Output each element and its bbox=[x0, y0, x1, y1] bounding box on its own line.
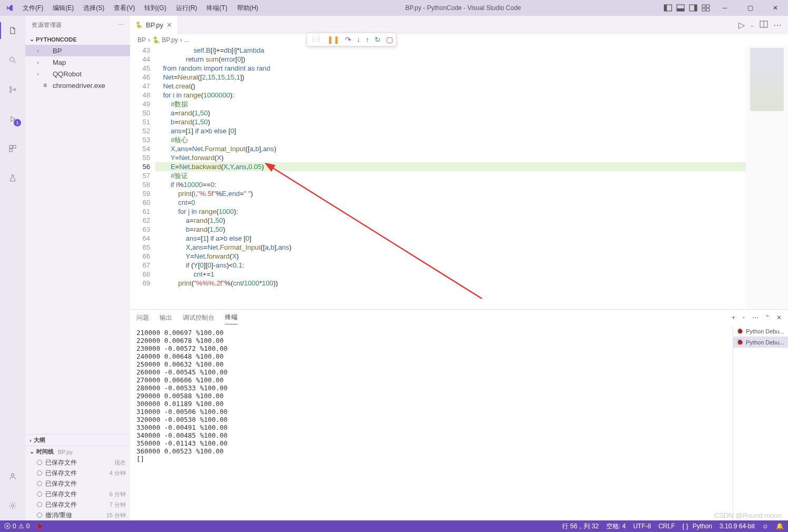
code-line[interactable]: #核心 bbox=[155, 135, 746, 144]
status-indent[interactable]: 空格: 4 bbox=[606, 522, 626, 531]
toggle-primary-sidebar-icon[interactable] bbox=[664, 4, 672, 12]
drag-handle-icon[interactable]: ⋮⋮ bbox=[310, 36, 322, 43]
code-line[interactable]: #验证 bbox=[155, 171, 746, 180]
run-icon[interactable]: ▷ bbox=[738, 20, 745, 30]
code-line[interactable]: Net.creat() bbox=[155, 82, 746, 91]
status-encoding[interactable]: UTF-8 bbox=[633, 522, 651, 531]
timeline-item[interactable]: 已保存文件现在 bbox=[25, 457, 130, 468]
maximize-panel-icon[interactable]: ⌃ bbox=[765, 314, 770, 321]
pause-icon[interactable]: ❚❚ bbox=[327, 35, 340, 44]
step-over-icon[interactable]: ↷ bbox=[345, 35, 351, 44]
toggle-panel-icon[interactable] bbox=[676, 4, 685, 12]
status-language[interactable]: { }Python bbox=[682, 522, 712, 531]
maximize-button[interactable]: ▢ bbox=[740, 1, 761, 15]
menu-item[interactable]: 查看(V) bbox=[110, 2, 139, 15]
timeline-item[interactable]: 已保存文件4 分钟 bbox=[25, 468, 130, 478]
settings-gear-icon[interactable] bbox=[0, 495, 25, 516]
breadcrumb-item[interactable]: ... bbox=[184, 36, 190, 44]
close-button[interactable]: ✕ bbox=[765, 1, 786, 15]
minimap[interactable] bbox=[746, 46, 788, 309]
restart-icon[interactable]: ↻ bbox=[375, 35, 381, 44]
status-eol[interactable]: CRLF bbox=[658, 522, 675, 531]
code-line[interactable]: X,ans=Net.Format_Input([a,b],ans) bbox=[155, 144, 746, 153]
code-line[interactable]: print(i,"%.5f"%E,end=" ") bbox=[155, 189, 746, 198]
status-python-version[interactable]: 3.10.9 64-bit bbox=[720, 522, 755, 531]
panel-tab[interactable]: 终端 bbox=[225, 311, 238, 324]
code-line[interactable]: Net=Neural([2,15,15,15,1]) bbox=[155, 73, 746, 82]
tab-bp-py[interactable]: 🐍 BP.py ✕ bbox=[130, 16, 178, 34]
code-line[interactable]: E=Net.backward(X,Y,ans,0.05) bbox=[155, 162, 746, 171]
outline-header[interactable]: › 大纲 bbox=[25, 435, 130, 446]
status-errors[interactable]: ⓧ0 ⚠0 bbox=[4, 522, 29, 531]
code-line[interactable]: ans=[1] if a>b else [0] bbox=[155, 234, 746, 243]
step-out-icon[interactable]: ↑ bbox=[366, 35, 369, 44]
code-editor[interactable]: 4344454647484950515253545556575859606162… bbox=[130, 46, 788, 309]
tree-item[interactable]: ›BP bbox=[25, 45, 130, 56]
code-line[interactable]: Y=Net.forward(X) bbox=[155, 153, 746, 162]
menu-item[interactable]: 转到(G) bbox=[140, 2, 170, 15]
menu-item[interactable]: 编辑(E) bbox=[48, 2, 78, 15]
status-debug-icon[interactable]: 🐞 bbox=[36, 523, 44, 530]
source-control-icon[interactable] bbox=[0, 79, 25, 100]
menu-item[interactable]: 帮助(H) bbox=[233, 2, 263, 15]
timeline-item[interactable]: 已保存文件6 分钟 bbox=[25, 489, 130, 499]
code-line[interactable]: #数据 bbox=[155, 100, 746, 109]
code-line[interactable]: cnt+=1 bbox=[155, 270, 746, 279]
debug-toolbar[interactable]: ⋮⋮ ❚❚ ↷ ↓ ↑ ↻ ▢ bbox=[307, 33, 397, 46]
customize-layout-icon[interactable] bbox=[702, 4, 710, 12]
toggle-secondary-sidebar-icon[interactable] bbox=[689, 4, 697, 12]
code-line[interactable]: ans=[1] if a>b else [0] bbox=[155, 126, 746, 135]
search-icon[interactable] bbox=[0, 50, 25, 71]
terminal-instance[interactable]: 🐞Python Debu... bbox=[733, 337, 788, 348]
explorer-icon[interactable] bbox=[0, 20, 25, 41]
breadcrumb-item[interactable]: 🐍 BP.py bbox=[152, 36, 178, 44]
testing-icon[interactable] bbox=[0, 168, 25, 189]
run-debug-icon[interactable]: 1 bbox=[0, 109, 25, 130]
minimize-button[interactable]: ─ bbox=[714, 1, 735, 15]
code-line[interactable]: return sum(error[0]) bbox=[155, 55, 746, 64]
code-line[interactable]: a=rand(1,50) bbox=[155, 109, 746, 117]
code-line[interactable]: for j in range(1000): bbox=[155, 207, 746, 216]
panel-tab[interactable]: 输出 bbox=[160, 311, 172, 324]
step-into-icon[interactable]: ↓ bbox=[357, 35, 360, 44]
menu-item[interactable]: 选择(S) bbox=[79, 2, 109, 15]
new-terminal-icon[interactable]: + bbox=[732, 314, 735, 321]
tree-item[interactable]: ≡chromedriver.exe bbox=[25, 80, 130, 91]
terminal-dropdown-icon[interactable]: ⌄ bbox=[742, 314, 746, 321]
code-line[interactable]: Y=Net.forward(X) bbox=[155, 252, 746, 261]
terminal-output[interactable]: 210000 0.00697 %100.00 220000 0.00678 %1… bbox=[130, 326, 733, 520]
code-line[interactable]: X,ans=Net.Format_Input([a,b],ans) bbox=[155, 243, 746, 252]
menu-item[interactable]: 运行(R) bbox=[172, 2, 202, 15]
timeline-item[interactable]: 已保存文件7 分钟 bbox=[25, 499, 130, 510]
breadcrumb-item[interactable]: BP bbox=[137, 36, 146, 44]
code-line[interactable]: print("%%%.2f"%(cnt/1000*100)) bbox=[155, 279, 746, 288]
tree-item[interactable]: ›Map bbox=[25, 56, 130, 68]
sidebar-more-icon[interactable]: ⋯ bbox=[118, 22, 124, 28]
code-line[interactable]: if (Y[0][0]-ans)<0.1: bbox=[155, 261, 746, 270]
code-line[interactable]: if i%10000==0: bbox=[155, 180, 746, 189]
code-content[interactable]: self.B[i]+=db[i]*Lambda return sum(error… bbox=[155, 46, 746, 309]
code-line[interactable]: self.B[i]+=db[i]*Lambda bbox=[155, 46, 746, 55]
panel-tab[interactable]: 问题 bbox=[136, 311, 149, 324]
code-line[interactable]: for i in range(1000000): bbox=[155, 91, 746, 100]
status-feedback-icon[interactable]: ☺ bbox=[762, 522, 769, 531]
close-panel-icon[interactable]: ✕ bbox=[776, 314, 782, 321]
tree-item[interactable]: ›QQRobot bbox=[25, 68, 130, 80]
panel-tab[interactable]: 调试控制台 bbox=[183, 311, 214, 324]
run-dropdown-icon[interactable]: ⌄ bbox=[750, 23, 754, 28]
accounts-icon[interactable] bbox=[0, 466, 25, 487]
split-editor-icon[interactable] bbox=[760, 20, 768, 31]
code-line[interactable]: a=rand(1,50) bbox=[155, 216, 746, 225]
timeline-item[interactable]: 已保存文件 bbox=[25, 478, 130, 489]
menu-item[interactable]: 文件(F) bbox=[18, 2, 47, 15]
menu-item[interactable]: 终端(T) bbox=[202, 2, 231, 15]
code-line[interactable]: b=rand(1,50) bbox=[155, 117, 746, 126]
workspace-section[interactable]: ⌄ PYTHONCODE bbox=[25, 34, 130, 45]
code-line[interactable]: b=rand(1,50) bbox=[155, 225, 746, 234]
timeline-header[interactable]: ⌄ 时间线 BP.py bbox=[25, 446, 130, 457]
stop-icon[interactable]: ▢ bbox=[386, 35, 393, 44]
panel-more-icon[interactable]: ⋯ bbox=[752, 314, 759, 321]
extensions-icon[interactable] bbox=[0, 138, 25, 159]
code-line[interactable]: cnt=0 bbox=[155, 198, 746, 207]
timeline-item[interactable]: 撤消/重做15 分钟 bbox=[25, 510, 130, 520]
